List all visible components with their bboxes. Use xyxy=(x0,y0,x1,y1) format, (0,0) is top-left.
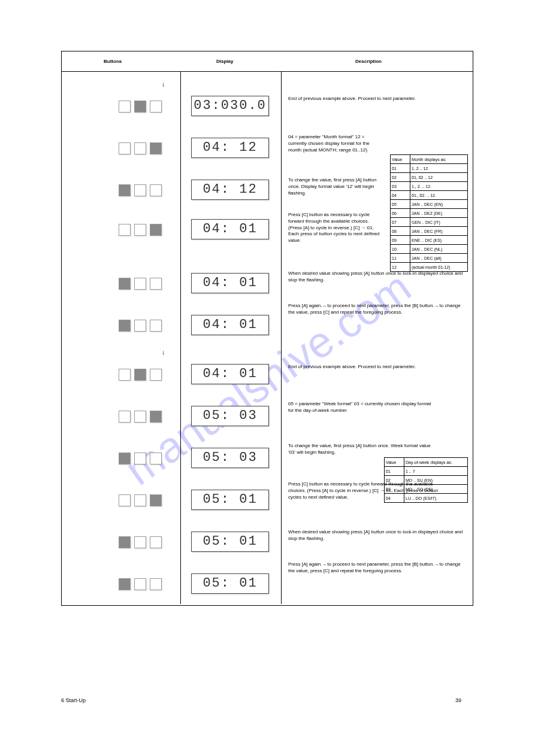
button-c[interactable] xyxy=(150,224,162,236)
button-a[interactable] xyxy=(119,536,131,548)
lcd-display: 05: 03 xyxy=(191,448,269,468)
button-b[interactable] xyxy=(134,101,146,113)
tbl-header: Value xyxy=(385,458,404,467)
lcd-display: 05: 01 xyxy=(191,573,269,594)
lcd-display: 05: 01 xyxy=(191,532,269,552)
button-a[interactable] xyxy=(119,578,131,590)
button-c[interactable] xyxy=(150,320,162,332)
button-row xyxy=(119,494,162,506)
tbl-cell: MO .. SU (EN) xyxy=(404,476,468,485)
tbl-cell: 01, 02 .. 12 xyxy=(410,173,468,182)
lcd-display: 04: 12 xyxy=(191,180,269,200)
button-c[interactable] xyxy=(150,184,162,196)
button-a[interactable] xyxy=(119,494,131,506)
button-c[interactable] xyxy=(150,578,162,590)
button-a[interactable] xyxy=(119,224,131,236)
main-table: Buttons Display Description ↓ 03:030.0 E… xyxy=(61,51,473,606)
lcd-display: 04: 01 xyxy=(191,273,269,293)
tbl-header: Day-of-week displays as: xyxy=(404,458,468,467)
button-b[interactable] xyxy=(134,142,146,154)
button-b[interactable] xyxy=(134,369,146,381)
button-c[interactable] xyxy=(150,411,162,423)
button-a[interactable] xyxy=(119,411,131,423)
tbl-cell: 03 xyxy=(385,485,404,494)
button-b[interactable] xyxy=(134,494,146,506)
footer-section: 6 Start-Up xyxy=(61,697,86,703)
tbl-cell: JAN .. DEC (alt) xyxy=(410,254,468,263)
tbl-cell: JAN .. DEC (EN) xyxy=(410,200,468,209)
button-b[interactable] xyxy=(134,320,146,332)
tbl-header: Value xyxy=(391,155,410,164)
button-a[interactable] xyxy=(119,184,131,196)
tbl-cell: 01 xyxy=(385,467,404,476)
lcd-display: 04: 12 xyxy=(191,138,269,158)
button-c[interactable] xyxy=(150,536,162,548)
button-a[interactable] xyxy=(119,369,131,381)
button-b[interactable] xyxy=(134,278,146,290)
button-row xyxy=(119,578,162,590)
tbl-cell: 09 xyxy=(391,236,410,245)
tbl-cell: 12 xyxy=(391,263,410,272)
tbl-cell: 02 xyxy=(391,173,410,182)
lcd-display: 04: 01 xyxy=(191,364,269,384)
col-header: Buttons xyxy=(104,59,122,64)
button-row xyxy=(119,101,162,113)
button-c[interactable] xyxy=(150,494,162,506)
tbl-cell: 1., 2. .. 12. xyxy=(410,182,468,191)
tbl-cell: 1 .. 7 xyxy=(404,467,468,476)
tbl-cell: MO .. SO (DE) xyxy=(404,485,468,494)
button-a[interactable] xyxy=(119,142,131,154)
week-format-table: ValueDay-of-week displays as: 011 .. 7 0… xyxy=(384,457,468,503)
divider xyxy=(62,71,473,72)
button-row xyxy=(119,536,162,548)
button-c[interactable] xyxy=(150,142,162,154)
desc: When desired value showing press [A] but… xyxy=(288,271,468,284)
tbl-cell: JAN .. DEZ (DE) xyxy=(410,209,468,218)
desc: End of previous example above. Proceed t… xyxy=(288,96,468,102)
tbl-cell: LU .. DO (ES/IT) xyxy=(404,494,468,503)
tbl-cell: GEN .. DIC (IT) xyxy=(410,218,468,227)
button-row xyxy=(119,278,162,290)
tbl-cell: 1, 2 .. 12 xyxy=(410,164,468,173)
tbl-cell: (actual month 01-12) xyxy=(410,263,468,272)
tbl-cell: 05 xyxy=(391,200,410,209)
tbl-cell: 06 xyxy=(391,209,410,218)
button-row xyxy=(119,320,162,332)
tbl-cell: 04 xyxy=(385,494,404,503)
button-row xyxy=(119,453,162,464)
button-a[interactable] xyxy=(119,453,131,464)
tbl-cell: 01 xyxy=(391,164,410,173)
desc: 04 = parameter "Month format" 12 = curre… xyxy=(288,134,384,153)
lcd-display: 03:030.0 xyxy=(191,96,269,116)
button-a[interactable] xyxy=(119,278,131,290)
button-row xyxy=(119,224,162,236)
button-b[interactable] xyxy=(134,184,146,196)
button-c[interactable] xyxy=(150,278,162,290)
button-row xyxy=(119,411,162,423)
desc: To change the value, first press [A] but… xyxy=(288,443,438,456)
lcd-display: 04: 01 xyxy=(191,315,269,335)
tbl-cell: 07 xyxy=(391,218,410,227)
button-a[interactable] xyxy=(119,101,131,113)
button-b[interactable] xyxy=(134,453,146,464)
desc: When desired value showing press [A] but… xyxy=(288,529,468,542)
divider xyxy=(281,71,282,604)
desc: End of previous example above. Proceed t… xyxy=(288,364,468,371)
button-b[interactable] xyxy=(134,578,146,590)
button-b[interactable] xyxy=(134,411,146,423)
button-c[interactable] xyxy=(150,101,162,113)
button-c[interactable] xyxy=(150,369,162,381)
button-b[interactable] xyxy=(134,224,146,236)
button-c[interactable] xyxy=(150,453,162,464)
desc: Press [A] again. – to proceed to next pa… xyxy=(288,303,468,316)
page: manualshive.com Buttons Display Descript… xyxy=(0,0,535,756)
button-row xyxy=(119,184,162,196)
down-arrow-icon: ↓ xyxy=(162,348,165,356)
col-header: Display xyxy=(216,59,233,64)
button-a[interactable] xyxy=(119,320,131,332)
tbl-cell: 04 xyxy=(391,191,410,200)
button-b[interactable] xyxy=(134,536,146,548)
tbl-cell: 03 xyxy=(391,182,410,191)
down-arrow-icon: ↓ xyxy=(162,80,165,87)
tbl-cell: 08 xyxy=(391,227,410,236)
